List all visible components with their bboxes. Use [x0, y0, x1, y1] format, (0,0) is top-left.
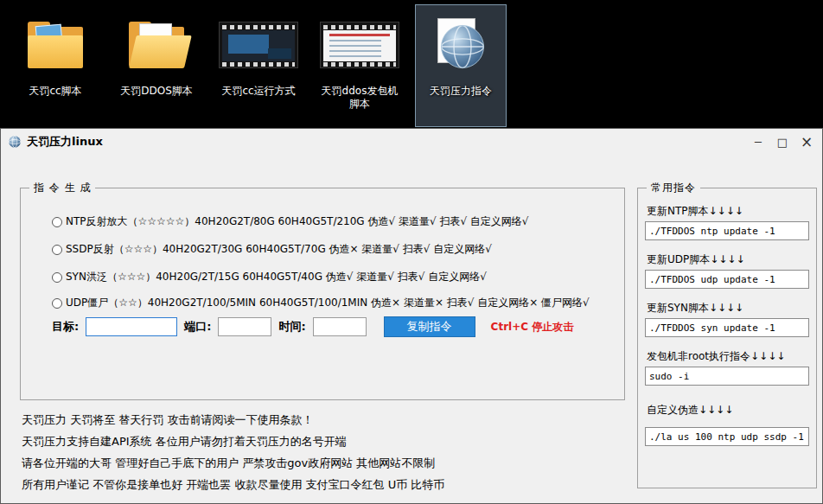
window-controls: ─ □ × [746, 129, 819, 155]
cmd-input-custom-spoof[interactable] [645, 427, 809, 446]
option-label: UDP僵尸（☆☆）40H20G2T/100/5MIN 60H40G5T/100/… [66, 296, 590, 310]
option-label: SYN洪泛（☆☆☆）40H20G/2T/15G 60H40G5T/40G 伪造√… [66, 270, 487, 284]
desktop-icon-pressure-cmd[interactable]: 天罚压力指令 [416, 5, 506, 126]
common-commands-group: 常用指令 更新NTP脚本↓↓↓↓ 更新UDP脚本↓↓↓↓ 更新SYN脚本↓↓↓↓… [637, 188, 817, 488]
radio-button[interactable] [52, 272, 62, 283]
icon-label: 天罚DDOS脚本 [120, 85, 193, 98]
command-generation-group: 指 令 生 成 NTP反射放大（☆☆☆☆☆）40H20G2T/80G 60H40… [20, 188, 625, 400]
globe-icon [434, 5, 488, 85]
cmd-input-udp[interactable] [645, 270, 809, 289]
cmd-label-custom-spoof: 自定义伪造↓↓↓↓ [647, 403, 733, 418]
folder-open-icon [127, 5, 186, 85]
icon-label: 天罚cc运行方式 [221, 85, 295, 98]
notice-line: 天罚压力 天罚将至 替天行罚 攻击前请阅读一下使用条款！ [22, 409, 444, 431]
notice-line: 天罚压力支持自建API系统 各位用户请勿打着天罚压力的名号开端 [22, 431, 444, 452]
option-ssdp-reflection[interactable]: SSDP反射（☆☆☆）40H20G2T/30G 60H40G5T/70G 伪造×… [52, 242, 492, 257]
video-file-icon [219, 5, 298, 85]
desktop-icon-cc-script[interactable]: 天罚cc脚本 [10, 5, 100, 126]
desktop-icon-cc-video[interactable]: 天罚cc运行方式 [213, 5, 304, 126]
minimize-button[interactable]: ─ [746, 131, 770, 153]
window-title: 天罚压力linux [27, 134, 103, 150]
titlebar[interactable]: 天罚压力linux ─ □ × [1, 129, 822, 155]
desktop-icon-ddos-script[interactable]: 天罚DDOS脚本 [109, 5, 204, 126]
video-file-icon [320, 5, 399, 85]
target-input[interactable] [86, 317, 177, 336]
target-input-row: 目标: 端口: 时间: 复制指令 Ctrl+C 停止攻击 [52, 316, 573, 337]
radio-button[interactable] [52, 298, 62, 309]
icon-label: 天罚ddos发包机 脚本 [322, 85, 399, 111]
radio-button[interactable] [52, 217, 62, 227]
group-legend: 指 令 生 成 [29, 181, 95, 195]
option-ntp-amplification[interactable]: NTP反射放大（☆☆☆☆☆）40H20G2T/80G 60H40G5T/210G… [52, 214, 529, 229]
maximize-button[interactable]: □ [770, 131, 794, 153]
group-legend: 常用指令 [647, 181, 700, 195]
cmd-label-udp: 更新UDP脚本↓↓↓↓ [647, 252, 744, 267]
target-label: 目标: [52, 319, 79, 335]
folder-icon [26, 5, 85, 85]
notice-line: 请各位开端的大哥 管理好自己手底下的用户 严禁攻击gov政府网站 其他网站不限制 [22, 452, 444, 474]
app-window: 天罚压力linux ─ □ × 指 令 生 成 NTP反射放大（☆☆☆☆☆）40… [0, 128, 823, 504]
option-syn-flood[interactable]: SYN洪泛（☆☆☆）40H20G/2T/15G 60H40G5T/40G 伪造√… [52, 270, 487, 284]
port-input[interactable] [218, 317, 271, 336]
stop-attack-hint: Ctrl+C 停止攻击 [491, 320, 574, 335]
copy-command-button[interactable]: 复制指令 [384, 316, 475, 337]
radio-button[interactable] [52, 245, 62, 255]
option-label: NTP反射放大（☆☆☆☆☆）40H20G2T/80G 60H40G5T/210G… [66, 214, 529, 229]
cmd-label-syn: 更新SYN脚本↓↓↓↓ [647, 301, 743, 316]
notices: 天罚压力 天罚将至 替天行罚 攻击前请阅读一下使用条款！ 天罚压力支持自建API… [22, 409, 444, 495]
time-input[interactable] [313, 317, 367, 336]
screen: 天罚cc脚本 天罚DDOS脚本 天罚cc运行方式 [0, 0, 823, 504]
icon-label: 天罚cc脚本 [29, 85, 81, 98]
option-label: SSDP反射（☆☆☆）40H20G2T/30G 60H40G5T/70G 伪造×… [66, 242, 492, 257]
icon-label: 天罚压力指令 [430, 85, 492, 98]
cmd-label-ntp: 更新NTP脚本↓↓↓↓ [647, 204, 743, 219]
cmd-input-syn[interactable] [645, 318, 809, 337]
cmd-label-nonroot: 发包机非root执行指令↓↓↓↓ [647, 349, 785, 364]
option-udp-botnet[interactable]: UDP僵尸（☆☆）40H20G2T/100/5MIN 60H40G5T/100/… [52, 296, 590, 310]
close-button[interactable]: × [794, 131, 819, 153]
titlebar-globe-icon [8, 135, 22, 149]
time-label: 时间: [278, 319, 305, 335]
cmd-input-nonroot[interactable] [645, 367, 809, 386]
port-label: 端口: [184, 319, 211, 335]
desktop: 天罚cc脚本 天罚DDOS脚本 天罚cc运行方式 [0, 0, 823, 128]
desktop-icon-ddos-video[interactable]: 天罚ddos发包机 脚本 [313, 5, 406, 126]
cmd-input-ntp[interactable] [645, 221, 809, 240]
notice-line: 所有用户谨记 不管你是接单也好 开端也罢 收款尽量使用 支付宝口令红包 U币 比… [22, 474, 444, 495]
